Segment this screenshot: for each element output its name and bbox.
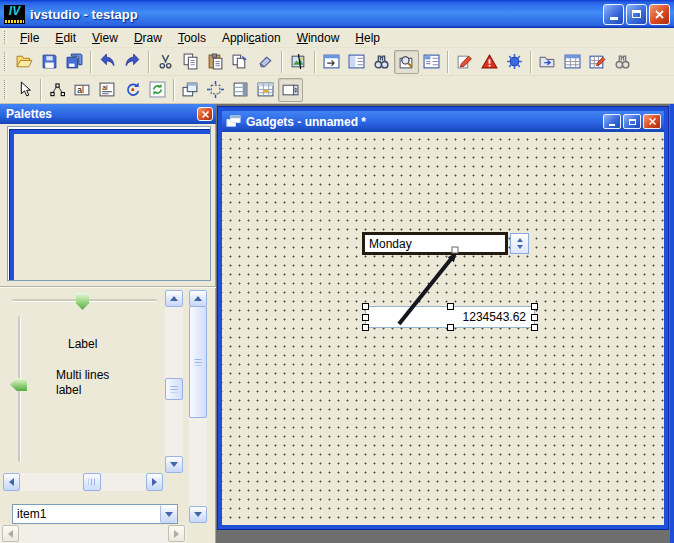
menu-help[interactable]: Help — [347, 29, 388, 47]
selection-handle-nw[interactable] — [362, 303, 369, 310]
svg-text:al: al — [77, 85, 84, 95]
undo-button[interactable] — [95, 50, 120, 74]
scroll-left-button[interactable] — [2, 525, 19, 542]
find-button[interactable] — [369, 50, 394, 74]
palettes-close-button[interactable] — [197, 107, 213, 121]
node-edit-button[interactable] — [45, 78, 70, 102]
spinbox-spinner[interactable] — [510, 233, 529, 254]
scroll-right-button[interactable] — [168, 525, 185, 542]
scroll-up-button[interactable] — [165, 290, 183, 307]
palette-divider — [0, 286, 216, 288]
combobox-drop-button[interactable] — [160, 505, 177, 523]
layers-button[interactable] — [178, 78, 203, 102]
dialog-list-button[interactable] — [419, 50, 444, 74]
eraser-button[interactable] — [253, 50, 278, 74]
preview-horizontal-scrollbar[interactable] — [3, 473, 163, 491]
grid-edit-icon — [589, 53, 606, 70]
scrollbar-thumb[interactable] — [165, 378, 183, 400]
menubar-grip[interactable] — [4, 31, 7, 44]
paste-icon — [207, 53, 224, 70]
menu-edit[interactable]: Edit — [47, 29, 84, 47]
label-button[interactable]: al — [70, 78, 95, 102]
child-maximize-button[interactable] — [623, 114, 641, 129]
palette-horizontal-scrollbar[interactable] — [0, 525, 187, 543]
scroll-down-button[interactable] — [189, 506, 207, 523]
arrow-up-icon — [170, 296, 178, 301]
column-button[interactable] — [228, 78, 253, 102]
close-button[interactable] — [649, 4, 670, 25]
gadgets-window-icon — [225, 114, 242, 129]
node-edit-icon — [49, 81, 66, 98]
open-button[interactable] — [12, 50, 37, 74]
selection-handle-sw[interactable] — [362, 324, 369, 331]
tree-item-more[interactable]: More — [10, 130, 211, 281]
child-minimize-button[interactable] — [603, 114, 621, 129]
menu-window[interactable]: Window — [289, 29, 348, 47]
menu-draw[interactable]: Draw — [126, 29, 170, 47]
matrix-button[interactable] — [253, 78, 278, 102]
duplicate-button[interactable] — [228, 50, 253, 74]
arrow-right-icon — [152, 478, 157, 486]
menu-tools[interactable]: Tools — [170, 29, 214, 47]
menu-file[interactable]: File — [12, 29, 47, 47]
grid-edit-button[interactable] — [585, 50, 610, 74]
refresh-button[interactable] — [145, 78, 170, 102]
scroll-right-button[interactable] — [146, 473, 163, 491]
form-button[interactable] — [344, 50, 369, 74]
arrow-down-icon — [170, 462, 178, 467]
selection-handle-ne[interactable] — [531, 303, 538, 310]
maximize-button[interactable] — [626, 4, 647, 25]
edit-red-button[interactable] — [452, 50, 477, 74]
panel-button[interactable] — [319, 50, 344, 74]
copy-button[interactable] — [178, 50, 203, 74]
grid-button[interactable] — [560, 50, 585, 74]
rotate-button[interactable] — [120, 78, 145, 102]
save-button[interactable] — [37, 50, 62, 74]
design-canvas[interactable]: Monday 1234543.62 — [222, 132, 664, 525]
redo-icon — [124, 53, 141, 70]
scrollbar-thumb[interactable] — [83, 473, 101, 491]
picture-button[interactable] — [286, 50, 311, 74]
horizontal-slider-thumb[interactable] — [76, 293, 89, 310]
focus-rect-button[interactable] — [203, 78, 228, 102]
minimize-button[interactable] — [603, 4, 624, 25]
redo-button[interactable] — [120, 50, 145, 74]
find-icon — [373, 53, 390, 70]
child-close-button[interactable] — [643, 114, 661, 129]
browse-button[interactable] — [610, 50, 635, 74]
save-all-button[interactable] — [62, 50, 87, 74]
arrow-right-icon — [174, 530, 179, 538]
bug-button[interactable] — [502, 50, 527, 74]
spinbox-widget[interactable]: Monday — [362, 232, 508, 255]
menu-view[interactable]: View — [84, 29, 126, 47]
vertical-slider-thumb[interactable] — [10, 378, 27, 391]
selection-handle-se[interactable] — [531, 324, 538, 331]
workspace-button[interactable] — [535, 50, 560, 74]
select-cursor-button[interactable] — [12, 78, 37, 102]
bug-icon — [506, 53, 523, 70]
scroll-left-button[interactable] — [3, 473, 20, 491]
scrollbar-thumb[interactable] — [189, 306, 207, 418]
scroll-down-button[interactable] — [165, 456, 183, 473]
paste-button[interactable] — [203, 50, 228, 74]
selection-handle-w[interactable] — [362, 314, 369, 321]
scroll-up-button[interactable] — [189, 290, 207, 307]
spinbox-tool-button[interactable] — [278, 78, 303, 102]
browse-icon — [614, 53, 631, 70]
save-icon — [41, 53, 58, 70]
menu-application[interactable]: Application — [214, 29, 289, 47]
multiline-label-button[interactable]: al — [95, 78, 120, 102]
dialog-list-icon — [423, 53, 440, 70]
preview-vertical-scrollbar[interactable] — [165, 290, 183, 473]
palette-vertical-scrollbar[interactable] — [189, 290, 207, 523]
toolbar-grip[interactable] — [4, 52, 7, 71]
selection-handle-s[interactable] — [447, 324, 454, 331]
selection-handle-e[interactable] — [531, 314, 538, 321]
item-combobox[interactable]: item1 — [12, 504, 178, 524]
cut-button[interactable] — [153, 50, 178, 74]
toolbar-grip[interactable] — [4, 80, 7, 99]
selection-handle-n[interactable] — [447, 303, 454, 310]
maximize-icon — [629, 119, 636, 125]
zoom-preview-button[interactable] — [394, 50, 419, 74]
alert-button[interactable] — [477, 50, 502, 74]
